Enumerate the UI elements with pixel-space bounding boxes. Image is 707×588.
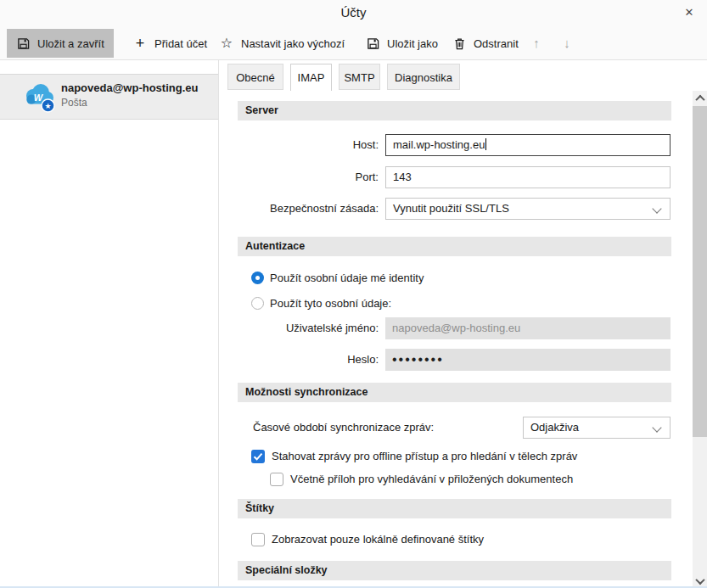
radio-use-identity-label: Použít osobní údaje mé identity — [270, 272, 424, 285]
tab-diagnostics[interactable]: Diagnostika — [387, 64, 460, 90]
checkbox-offline-download[interactable] — [251, 450, 265, 463]
section-labels: Štítky — [238, 499, 671, 518]
sync-period-select[interactable]: Odjakživa — [523, 417, 671, 439]
tab-smtp[interactable]: SMTP — [339, 64, 380, 90]
cloud-account-icon: W ★ — [22, 80, 56, 114]
chevron-down-icon — [695, 574, 704, 584]
section-sync-options: Možnosti synchronizace — [238, 383, 671, 402]
move-down-button[interactable]: ↓ — [557, 34, 577, 53]
close-icon[interactable]: ✕ — [681, 4, 698, 21]
security-policy-select[interactable]: Vynutit použití SSL/TLS — [385, 198, 671, 220]
set-default-label: Nastavit jako výchozí — [241, 37, 345, 50]
save-as-label: Uložit jako — [387, 37, 438, 50]
checkbox-include-attachments[interactable] — [270, 473, 283, 486]
delete-button[interactable]: Odstranit — [443, 29, 528, 58]
security-policy-label: Bezpečnostní zásada: — [238, 198, 379, 220]
password-label: Heslo: — [238, 349, 379, 371]
sidebar: W ★ napoveda@wp-hosting.eu Pošta — [0, 60, 219, 586]
host-input[interactable]: mail.wp-hosting.eu — [385, 134, 671, 156]
toolbar: Uložit a zavřít + Přidat účet ☆ Nastavit… — [0, 27, 707, 60]
scroll-up-button[interactable] — [693, 91, 707, 105]
radio-use-custom[interactable] — [251, 297, 264, 310]
check-icon — [251, 450, 265, 463]
section-authentication: Autentizace — [238, 237, 671, 256]
add-account-label: Přidat účet — [154, 37, 207, 50]
checkbox-offline-download-label: Stahovat zprávy pro offline přístup a pr… — [272, 450, 577, 463]
arrow-down-icon: ↓ — [564, 36, 570, 50]
chevron-up-icon — [695, 94, 704, 104]
checkbox-local-labels[interactable] — [251, 533, 265, 546]
username-input[interactable]: napoveda@wp-hosting.eu — [385, 317, 671, 339]
sync-period-label: Časové období synchronizace zpráv: — [253, 417, 434, 439]
radio-use-custom-label: Použít tyto osobní údaje: — [270, 297, 391, 311]
titlebar: Účty ✕ — [0, 0, 707, 27]
radio-use-identity[interactable] — [251, 272, 264, 284]
save-icon — [16, 36, 30, 50]
account-email: napoveda@wp-hosting.eu — [61, 81, 198, 94]
set-default-button[interactable]: ☆ Nastavit jako výchozí — [210, 29, 354, 58]
section-server: Server — [238, 101, 671, 120]
delete-label: Odstranit — [474, 37, 519, 50]
account-type: Pošta — [61, 97, 198, 109]
tab-general[interactable]: Obecné — [227, 64, 283, 90]
save-as-button[interactable]: Uložit jako — [356, 29, 447, 58]
svg-text:★: ★ — [44, 102, 51, 110]
add-account-button[interactable]: + Přidat účet — [124, 29, 216, 58]
username-label: Uživatelské jméno: — [238, 317, 379, 339]
text-caret — [485, 138, 486, 150]
save-and-close-label: Uložit a zavřít — [37, 37, 104, 50]
port-input[interactable]: 143 — [385, 166, 671, 188]
save-icon — [366, 36, 379, 50]
window-title: Účty — [0, 5, 707, 20]
chevron-down-icon — [652, 423, 661, 432]
password-input[interactable]: •••••••• — [385, 349, 671, 371]
move-up-button[interactable]: ↑ — [526, 34, 547, 53]
chevron-down-icon — [652, 204, 661, 213]
port-label: Port: — [238, 166, 379, 188]
scrollbar[interactable] — [693, 91, 707, 588]
arrow-up-icon: ↑ — [533, 36, 540, 50]
svg-text:W: W — [34, 92, 44, 103]
account-list-item[interactable]: W ★ napoveda@wp-hosting.eu Pošta — [0, 74, 218, 120]
checkbox-local-labels-label: Zobrazovat pouze lokálně definované štít… — [272, 533, 484, 546]
save-and-close-button[interactable]: Uložit a zavřít — [7, 29, 114, 58]
star-icon: ☆ — [220, 36, 233, 50]
tab-imap[interactable]: IMAP — [290, 64, 332, 91]
section-special-folders: Speciální složky — [238, 561, 671, 580]
checkbox-include-attachments-label: Včetně příloh pro vyhledávání v přiložen… — [290, 473, 573, 486]
scroll-thumb[interactable] — [693, 106, 707, 437]
host-label: Host: — [238, 134, 379, 156]
trash-icon — [452, 36, 466, 50]
plus-icon: + — [133, 36, 147, 50]
